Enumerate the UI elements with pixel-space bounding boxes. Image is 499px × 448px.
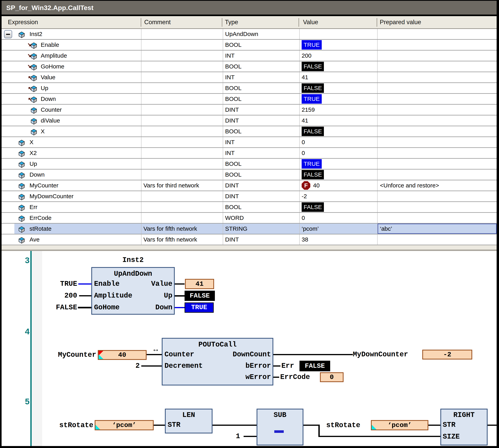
expression-cell[interactable]: X xyxy=(14,137,141,147)
prepared-value-cell[interactable] xyxy=(377,137,497,147)
var-label-mydowncounter[interactable]: MyDownCounter xyxy=(353,351,408,359)
value-cell[interactable]: TRUE xyxy=(299,94,377,104)
fb-pin-amplitude[interactable]: Amplitude xyxy=(94,292,132,300)
prepared-value-cell[interactable] xyxy=(377,234,497,245)
fb-pin-gohome[interactable]: GoHome xyxy=(94,304,120,312)
table-row[interactable]: EnableBOOLTRUE xyxy=(1,40,497,50)
table-row[interactable]: GoHomeBOOLFALSE xyxy=(1,61,497,72)
expression-cell[interactable]: Inst2 xyxy=(14,29,141,39)
prepared-value-cell[interactable] xyxy=(377,115,497,126)
value-cell[interactable]: FALSE xyxy=(299,170,377,180)
expression-cell[interactable]: GoHome xyxy=(14,61,141,72)
expression-cell[interactable]: Down xyxy=(14,94,141,104)
input-literal-200[interactable]: 200 xyxy=(43,292,77,300)
table-row[interactable]: MyDownCounterDINT-2 xyxy=(1,191,497,202)
fb-instance-label[interactable]: Inst2 xyxy=(91,256,175,264)
expression-cell[interactable]: stRotate xyxy=(14,224,141,234)
fb-pin-decrement[interactable]: Decrement xyxy=(165,362,203,370)
value-cell[interactable]: ‘pcom’ xyxy=(299,224,377,234)
network-number[interactable]: 5 xyxy=(21,397,30,406)
table-row[interactable]: UpBOOLFALSE xyxy=(1,83,497,94)
input-literal-false[interactable]: FALSE xyxy=(43,304,77,312)
table-row[interactable]: diValueDINT41 xyxy=(1,115,497,126)
fb-pin-up[interactable]: Up xyxy=(128,292,172,300)
fb-pin-size[interactable]: SIZE xyxy=(443,433,460,441)
column-header-expression[interactable]: Expression xyxy=(8,16,38,28)
prepared-value-cell[interactable] xyxy=(377,83,497,93)
prepared-value-cell[interactable] xyxy=(377,72,497,82)
string-value-box[interactable]: ‘pcom’ xyxy=(371,420,428,430)
value-monitor-box[interactable]: 0 xyxy=(320,372,344,382)
table-row[interactable]: DownBOOLTRUE xyxy=(1,94,497,105)
fb-pin-berror[interactable]: bError xyxy=(213,362,271,370)
expression-cell[interactable]: ErrCode xyxy=(14,213,141,223)
column-header-type[interactable]: Type xyxy=(225,16,238,28)
var-label-err[interactable]: Err xyxy=(281,362,294,370)
table-row[interactable]: ErrCodeWORD0 xyxy=(1,213,497,224)
column-resize-handle[interactable] xyxy=(222,18,222,27)
value-cell[interactable]: 0 xyxy=(299,213,377,223)
fb-pin-str[interactable]: STR xyxy=(168,421,181,429)
column-resize-handle[interactable] xyxy=(299,18,299,27)
value-cell[interactable]: 0 xyxy=(299,148,377,158)
string-value-box[interactable]: ‘pcom’ xyxy=(95,420,154,430)
value-cell[interactable]: FALSE xyxy=(299,61,377,72)
fb-pin-werror[interactable]: wError xyxy=(213,373,271,381)
value-cell[interactable] xyxy=(299,29,377,39)
expression-cell[interactable]: Up xyxy=(14,83,141,93)
expression-cell[interactable]: Down xyxy=(14,170,141,180)
value-cell[interactable]: 2159 xyxy=(299,105,377,115)
prepared-value-cell[interactable] xyxy=(377,50,497,61)
network-number[interactable]: 4 xyxy=(21,327,30,336)
table-row[interactable]: XINT0 xyxy=(1,137,497,148)
prepared-value-cell[interactable] xyxy=(377,126,497,136)
table-row[interactable]: XBOOLFALSE xyxy=(1,126,497,137)
value-cell[interactable]: TRUE xyxy=(299,159,377,169)
value-monitor-false[interactable]: FALSE xyxy=(299,361,330,371)
prepared-value-cell[interactable] xyxy=(377,29,497,39)
value-cell[interactable]: 41 xyxy=(299,72,377,82)
prepared-value-cell[interactable] xyxy=(377,105,497,115)
value-monitor-box[interactable]: -2 xyxy=(422,350,472,359)
fb-pin-str[interactable]: STR xyxy=(443,421,455,429)
fb-pin-enable[interactable]: Enable xyxy=(94,280,120,288)
expression-cell[interactable]: MyCounter xyxy=(14,180,141,191)
prepared-value-cell[interactable] xyxy=(377,170,497,180)
input-literal-2[interactable]: 2 xyxy=(126,362,140,370)
value-cell[interactable]: 200 xyxy=(299,50,377,61)
fb-pin-counter[interactable]: Counter xyxy=(165,351,194,359)
fb-pin-value[interactable]: Value xyxy=(128,280,172,288)
value-monitor-box[interactable]: 41 xyxy=(185,279,214,289)
value-cell[interactable]: F40 xyxy=(299,180,377,191)
column-resize-handle[interactable] xyxy=(377,18,377,27)
table-row[interactable]: Inst2UpAndDown xyxy=(1,29,497,40)
column-header-comment[interactable]: Comment xyxy=(144,16,171,28)
prepared-value-cell[interactable] xyxy=(377,94,497,104)
var-label-mycounter[interactable]: MyCounter xyxy=(47,351,96,359)
expression-cell[interactable]: X2 xyxy=(14,148,141,158)
fb-pin-downcount[interactable]: DownCount xyxy=(213,351,271,359)
expression-cell[interactable]: Value xyxy=(14,72,141,82)
prepared-value-cell[interactable] xyxy=(377,202,497,212)
var-label-strotate[interactable]: stRotate xyxy=(47,421,93,430)
prepared-value-cell[interactable] xyxy=(377,159,497,169)
value-cell[interactable]: 41 xyxy=(299,115,377,126)
var-label-strotate[interactable]: stRotate xyxy=(326,421,360,430)
table-row[interactable]: X2INT0 xyxy=(1,148,497,159)
value-cell[interactable]: 0 xyxy=(299,137,377,147)
var-label-errcode[interactable]: ErrCode xyxy=(280,373,310,381)
column-resize-handle[interactable] xyxy=(141,18,141,27)
expression-cell[interactable]: Up xyxy=(14,159,141,169)
prepared-value-cell[interactable]: <Unforce and restore> xyxy=(377,180,497,191)
table-row[interactable]: DownBOOLFALSE xyxy=(1,170,497,180)
value-monitor-true[interactable]: TRUE xyxy=(184,303,214,313)
prepared-value-cell[interactable] xyxy=(377,61,497,72)
expression-cell[interactable]: Amplitude xyxy=(14,50,141,61)
table-row[interactable]: UpBOOLTRUE xyxy=(1,159,497,170)
column-header-prepared[interactable]: Prepared value xyxy=(380,16,421,28)
value-cell[interactable]: FALSE xyxy=(299,202,377,212)
value-cell[interactable]: FALSE xyxy=(299,126,377,136)
prepared-value-cell[interactable] xyxy=(377,40,497,50)
value-monitor-false[interactable]: FALSE xyxy=(184,291,215,301)
table-row[interactable]: ErrBOOLFALSE xyxy=(1,202,497,213)
